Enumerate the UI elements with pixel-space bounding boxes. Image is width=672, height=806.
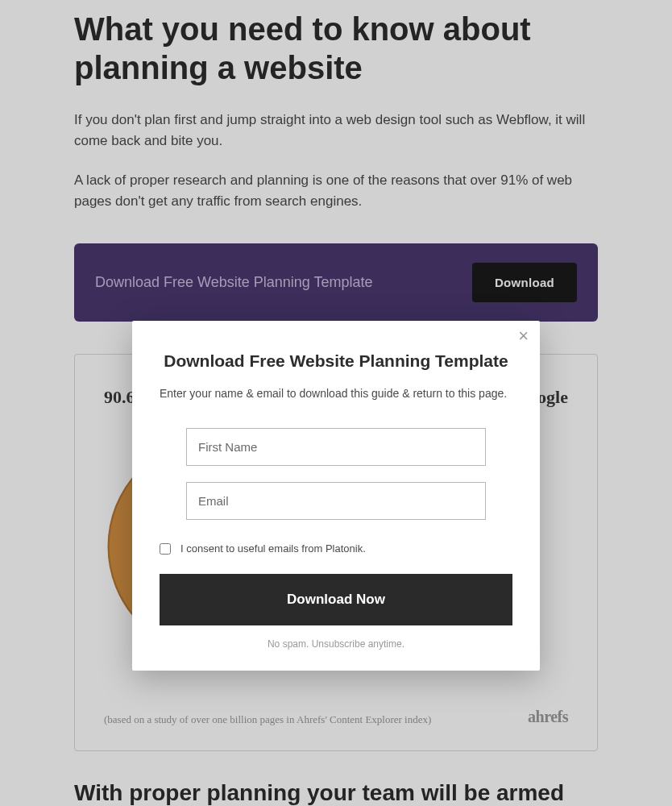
- consent-label: I consent to useful emails from Platonik…: [180, 542, 366, 555]
- email-field[interactable]: [186, 482, 486, 520]
- first-name-field[interactable]: [186, 428, 486, 466]
- close-icon[interactable]: ×: [518, 327, 529, 345]
- download-now-button[interactable]: Download Now: [160, 574, 512, 625]
- consent-row: I consent to useful emails from Platonik…: [160, 542, 512, 555]
- modal-description: Enter your name & email to download this…: [160, 385, 512, 402]
- download-modal: × Download Free Website Planning Templat…: [132, 321, 540, 671]
- modal-form: I consent to useful emails from Platonik…: [160, 428, 512, 650]
- modal-overlay[interactable]: × Download Free Website Planning Templat…: [0, 0, 672, 806]
- modal-footer-text: No spam. Unsubscribe anytime.: [268, 638, 404, 650]
- consent-checkbox[interactable]: [160, 543, 171, 555]
- modal-title: Download Free Website Planning Template: [160, 351, 512, 371]
